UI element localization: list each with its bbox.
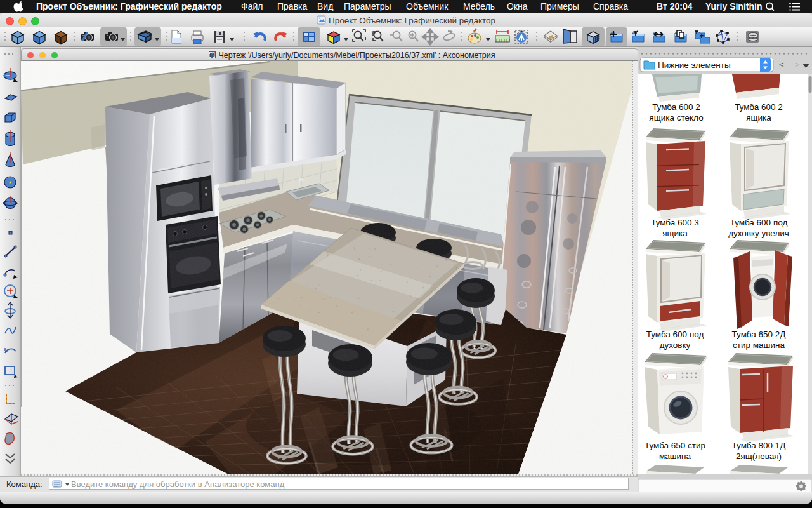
- svg-text:Тумба 650 2Д: Тумба 650 2Д: [732, 330, 786, 339]
- svg-text:Тумба 600 2: Тумба 600 2: [652, 102, 700, 112]
- svg-text:Нижние элементы: Нижние элементы: [658, 60, 731, 70]
- svg-text:Тумба 600 под: Тумба 600 под: [646, 330, 704, 339]
- svg-text:Тумба 600 2: Тумба 600 2: [735, 102, 783, 112]
- svg-text:>: >: [795, 60, 800, 69]
- svg-text:Тумба 650 стир: Тумба 650 стир: [645, 441, 705, 450]
- svg-text:<: <: [779, 60, 784, 69]
- svg-text:ящика: ящика: [662, 229, 688, 238]
- svg-text:ящика стекло: ящика стекло: [649, 113, 703, 123]
- svg-text:Тумба 600 3: Тумба 600 3: [651, 218, 699, 227]
- svg-text:духовку увелич: духовку увелич: [728, 229, 789, 238]
- svg-text:Тумба 600 под: Тумба 600 под: [730, 218, 788, 227]
- svg-text:духовку: духовку: [660, 340, 691, 350]
- svg-text:стир машина: стир машина: [733, 340, 785, 350]
- svg-text:ящика: ящика: [746, 113, 771, 123]
- svg-text:2ящ(левая): 2ящ(левая): [736, 451, 782, 461]
- svg-text:Тумба 800 1Д: Тумба 800 1Д: [732, 441, 786, 450]
- svg-text:машина: машина: [659, 451, 691, 461]
